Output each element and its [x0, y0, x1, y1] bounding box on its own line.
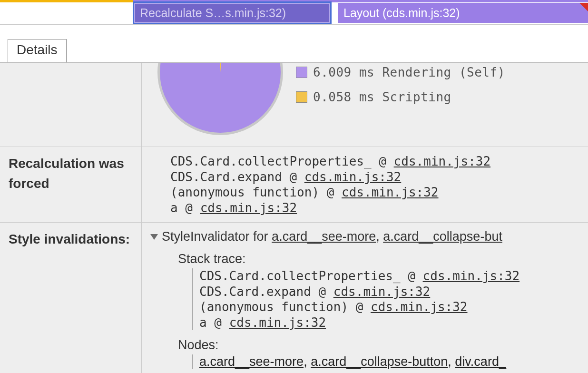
style-invalidations-value: StyleInvalidator for a.card__see-more, a…	[142, 223, 588, 373]
flame-chart-row[interactable]: Recalculate S…s.min.js:32) Layout (cds.m…	[0, 0, 588, 25]
node-link[interactable]: div.card_	[455, 354, 506, 369]
nodes-list: a.card__see-more, a.card__collapse-butto…	[199, 354, 588, 369]
node-link[interactable]: a.card__collapse-button	[311, 354, 448, 369]
source-link[interactable]: cds.min.js:32	[304, 170, 402, 184]
svg-point-1	[160, 63, 281, 133]
stack-frame: CDS.Card.collectProperties_ @ cds.min.js…	[170, 154, 588, 169]
style-invalidations-label: Style invalidations:	[0, 223, 142, 373]
timing-strip-scripting	[0, 0, 588, 2]
legend-item-rendering: 6.009 ms Rendering (Self)	[296, 63, 505, 85]
stack-frame: CDS.Card.collectProperties_ @ cds.min.js…	[199, 268, 588, 284]
tab-details[interactable]: Details	[8, 39, 67, 62]
style-invalidations-row: Style invalidations: StyleInvalidator fo…	[0, 223, 588, 373]
invalidation-stack-trace: Stack trace: CDS.Card.collectProperties_…	[178, 252, 588, 330]
flame-block-label: Layout (cds.min.js:32)	[343, 6, 460, 20]
source-link[interactable]: cds.min.js:32	[394, 154, 491, 168]
stack-frame: a @ cds.min.js:32	[199, 315, 588, 331]
nodes-title: Nodes:	[178, 338, 588, 353]
stack-frame: a @ cds.min.js:32	[170, 200, 588, 216]
stack-frame: CDS.Card.expand @ cds.min.js:32	[170, 169, 588, 185]
recalc-forced-row: Recalculation was forced CDS.Card.collec…	[0, 147, 588, 223]
pie-legend: 6.009 ms Rendering (Self) 0.058 ms Scrip…	[296, 63, 505, 109]
invalidation-prefix: StyleInvalidator for	[162, 229, 272, 244]
node-link[interactable]: a.card__see-more	[199, 354, 304, 369]
source-link[interactable]: cds.min.js:32	[423, 269, 520, 283]
stack-frame: (anonymous function) @ cds.min.js:32	[199, 299, 588, 315]
stack-frame: (anonymous function) @ cds.min.js:32	[170, 185, 588, 200]
aggregate-time-row: 6.009 ms Rendering (Self) 0.058 ms Scrip…	[0, 63, 588, 147]
source-link[interactable]: cds.min.js:32	[371, 300, 468, 314]
swatch-scripting	[296, 91, 307, 103]
details-tabs: Details	[0, 39, 588, 63]
timing-strip-rendering	[133, 0, 588, 2]
flame-block-layout[interactable]: Layout (cds.min.js:32)	[338, 3, 588, 23]
stack-trace-title: Stack trace:	[178, 252, 588, 266]
tab-label: Details	[17, 42, 58, 57]
legend-text: 0.058 ms Scripting	[313, 90, 451, 104]
source-link[interactable]: cds.min.js:32	[333, 285, 431, 299]
legend-text: 6.009 ms Rendering (Self)	[313, 65, 505, 79]
stack-frame: CDS.Card.expand @ cds.min.js:32	[199, 284, 588, 300]
source-link[interactable]: cds.min.js:32	[229, 315, 326, 330]
aggregate-time-label	[0, 63, 142, 147]
invalidation-nodes: Nodes: a.card__see-more, a.card__collaps…	[178, 338, 588, 369]
flame-block-label: Recalculate S…s.min.js:32)	[140, 6, 286, 20]
separator: ,	[376, 229, 383, 244]
recalc-forced-value: CDS.Card.collectProperties_ @ cds.min.js…	[142, 147, 588, 222]
legend-item-scripting: 0.058 ms Scripting	[296, 85, 505, 109]
flame-block-recalculate-style[interactable]: Recalculate S…s.min.js:32)	[134, 3, 330, 23]
layout-warning-icon	[579, 3, 588, 11]
source-link[interactable]: cds.min.js:32	[342, 185, 439, 199]
disclosure-triangle-icon[interactable]	[150, 234, 158, 240]
swatch-rendering	[296, 67, 307, 78]
recalc-forced-label: Recalculation was forced	[0, 147, 142, 222]
aggregate-time-value: 6.009 ms Rendering (Self) 0.058 ms Scrip…	[142, 63, 588, 147]
node-link[interactable]: a.card__collapse-but	[383, 229, 502, 244]
invalidation-item[interactable]: StyleInvalidator for a.card__see-more, a…	[150, 229, 588, 244]
source-link[interactable]: cds.min.js:32	[200, 201, 297, 215]
node-link[interactable]: a.card__see-more	[272, 229, 376, 244]
